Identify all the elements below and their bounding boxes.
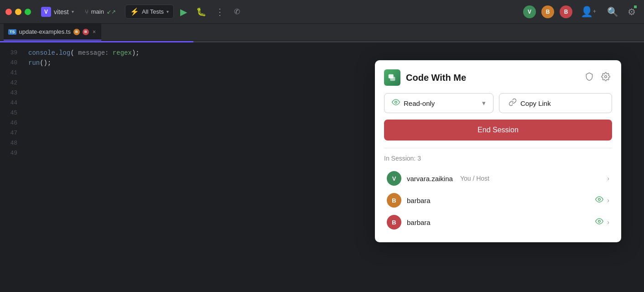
popup-actions: Read-only ▾ Copy Link xyxy=(384,93,612,113)
user-avatar-v: V xyxy=(387,171,401,186)
user-actions-barbara1: › xyxy=(595,195,609,205)
section-divider xyxy=(384,148,612,148)
traffic-lights xyxy=(5,9,31,15)
user-name-varvara: varvara.zaikina xyxy=(407,175,453,182)
user-actions-barbara2: › xyxy=(595,217,609,227)
tab-bar: TS update-examples.ts B B × xyxy=(0,24,644,41)
copy-link-label: Copy Link xyxy=(520,99,551,107)
fullscreen-traffic-light[interactable] xyxy=(25,9,31,15)
eye-icon xyxy=(392,98,400,108)
tab-filename: update-examples.ts xyxy=(19,28,71,35)
debug-button[interactable]: 🐛 xyxy=(193,4,209,20)
user-actions-varvara: › xyxy=(607,175,609,182)
session-user-barbara1[interactable]: B barbara › xyxy=(384,189,612,211)
read-only-chevron-icon: ▾ xyxy=(482,99,486,107)
titlebar: V vitest ▾ ⑂ main ↙↗ ⚡ All Tests ▾ ▶ 🐛 ⋮… xyxy=(0,0,644,24)
tab-close-button[interactable]: × xyxy=(92,29,97,35)
run-config-label: All Tests xyxy=(142,8,164,15)
end-session-button[interactable]: End Session xyxy=(384,120,612,141)
code-line-39: console.log( message: regex); xyxy=(28,48,644,58)
project-button[interactable]: V vitest ▾ xyxy=(37,5,78,19)
branch-arrows-icon: ↙↗ xyxy=(107,9,116,15)
line-num: 49 xyxy=(0,148,17,158)
avatar-b2[interactable]: B xyxy=(560,5,572,18)
run-config-selector[interactable]: ⚡ All Tests ▾ xyxy=(125,5,174,19)
line-num: 40 xyxy=(0,58,17,68)
svg-point-3 xyxy=(395,101,397,104)
line-num: 46 xyxy=(0,118,17,128)
line-num: 43 xyxy=(0,88,17,98)
add-user-button[interactable]: 👤+ xyxy=(578,4,599,20)
eye-permission-icon xyxy=(595,195,603,205)
branch-icon: ⑂ xyxy=(85,8,88,16)
user-name-barbara2: barbara xyxy=(407,219,431,226)
project-icon: V xyxy=(41,7,51,17)
code-with-me-popup: Code With Me xyxy=(375,60,621,242)
read-only-label: Read-only xyxy=(404,99,435,107)
line-num: 42 xyxy=(0,78,17,88)
branch-button[interactable]: ⑂ main ↙↗ xyxy=(81,6,119,17)
popup-title: Code With Me xyxy=(406,73,577,83)
svg-rect-1 xyxy=(390,77,395,81)
line-num: 47 xyxy=(0,128,17,138)
popup-body: Read-only ▾ Copy Link End Session In Ses… xyxy=(375,93,621,242)
run-button[interactable]: ▶ xyxy=(177,4,190,20)
main-content: TS update-examples.ts B B × 39 40 41 42 … xyxy=(0,24,644,292)
line-num: 41 xyxy=(0,68,17,78)
session-user-barbara2[interactable]: B barbara › xyxy=(384,211,612,233)
session-user-varvara[interactable]: V varvara.zaikina You / Host › xyxy=(384,167,612,189)
user-avatar-b1: B xyxy=(387,193,401,208)
search-button[interactable]: 🔍 xyxy=(604,4,621,20)
run-config-chevron-icon: ▾ xyxy=(166,9,169,14)
line-num: 44 xyxy=(0,98,17,108)
code-with-me-icon xyxy=(384,69,400,86)
line-numbers: 39 40 41 42 43 44 45 46 47 48 49 xyxy=(0,42,23,292)
in-session-label: In Session: 3 xyxy=(384,155,612,162)
eye-permission-icon-2 xyxy=(595,217,603,227)
lightning-icon: ⚡ xyxy=(130,7,139,16)
popup-settings-button[interactable] xyxy=(599,70,612,85)
phone-button[interactable]: ✆ xyxy=(231,5,243,19)
svg-point-5 xyxy=(598,220,601,223)
chevron-right-icon: › xyxy=(607,197,609,204)
project-name: vitest xyxy=(54,8,69,16)
user-avatar-b2: B xyxy=(387,215,401,229)
popup-header-icons xyxy=(583,70,612,85)
project-chevron-icon: ▾ xyxy=(72,9,74,14)
minimize-traffic-light[interactable] xyxy=(15,9,21,15)
copy-link-button[interactable]: Copy Link xyxy=(499,93,612,113)
branch-name: main xyxy=(91,8,104,15)
ts-badge: TS xyxy=(8,29,16,35)
chevron-right-icon: › xyxy=(607,175,609,182)
more-options-button[interactable]: ⋮ xyxy=(213,4,228,20)
close-traffic-light[interactable] xyxy=(5,9,12,15)
settings-button[interactable]: ⚙ xyxy=(625,4,639,20)
tab-avatar-b1: B xyxy=(73,29,80,35)
chevron-right-icon-2: › xyxy=(607,219,609,226)
popup-header: Code With Me xyxy=(375,60,621,93)
line-num: 45 xyxy=(0,108,17,118)
avatar-v[interactable]: V xyxy=(523,5,536,18)
user-name-barbara1: barbara xyxy=(407,197,431,204)
svg-point-4 xyxy=(598,198,601,201)
read-only-button[interactable]: Read-only ▾ xyxy=(384,93,493,113)
avatar-b1[interactable]: B xyxy=(541,5,554,18)
link-icon xyxy=(509,98,517,108)
line-num: 39 xyxy=(0,48,17,58)
svg-point-2 xyxy=(605,75,607,78)
line-num: 48 xyxy=(0,138,17,148)
user-role-varvara: You / Host xyxy=(460,175,489,182)
shield-button[interactable] xyxy=(583,70,596,85)
tab-avatar-b2: B xyxy=(83,29,89,35)
editor-tab-update-examples[interactable]: TS update-examples.ts B B × xyxy=(4,24,101,41)
